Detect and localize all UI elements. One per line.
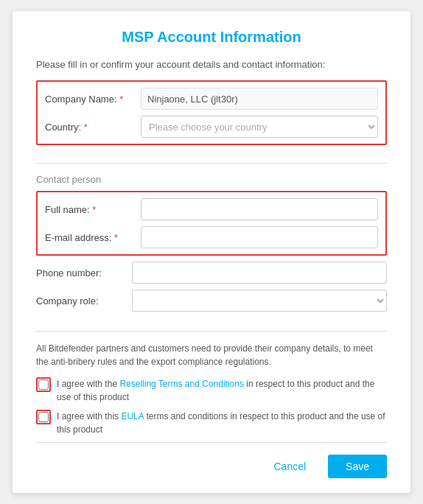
contact-highlighted-group: Full name: * E-mail address: * xyxy=(36,191,387,256)
notice-text: All Bitdefender partners and customers n… xyxy=(36,342,387,368)
msp-account-form: MSP Account Information Please fill in o… xyxy=(13,11,410,493)
role-select[interactable] xyxy=(132,290,387,312)
email-input[interactable] xyxy=(141,226,378,248)
terms-checkbox-row: I agree with the Reselling Terms and Con… xyxy=(36,377,387,404)
company-name-input[interactable] xyxy=(141,88,378,110)
terms-checkbox[interactable] xyxy=(38,379,49,390)
role-row: Company role: xyxy=(36,290,387,312)
eula-link[interactable]: EULA xyxy=(121,411,144,421)
email-row: E-mail address: * xyxy=(45,226,378,248)
contact-section-label: Contact person xyxy=(36,174,387,185)
country-row: Country: * Please choose your country xyxy=(45,116,378,138)
full-name-input[interactable] xyxy=(141,198,378,220)
email-label: E-mail address: * xyxy=(45,232,141,243)
role-label: Company role: xyxy=(36,295,132,307)
save-button[interactable]: Save xyxy=(328,455,387,478)
checkbox-group: I agree with the Reselling Terms and Con… xyxy=(36,377,387,436)
phone-label: Phone number: xyxy=(36,267,132,279)
phone-row-wrapper: Phone number: Company role: xyxy=(36,259,387,321)
terms-checkbox-wrapper xyxy=(36,377,51,392)
phone-input[interactable] xyxy=(132,262,387,284)
country-select[interactable]: Please choose your country xyxy=(141,116,378,138)
eula-checkbox-row: I agree with this EULA terms and conditi… xyxy=(36,410,387,436)
phone-row: Phone number: xyxy=(36,262,387,284)
terms-link[interactable]: Reselling Terms and Conditions xyxy=(119,379,244,389)
full-name-label: Full name: * xyxy=(45,204,141,215)
footer-buttons: Cancel Save xyxy=(36,442,387,478)
terms-text: I agree with the Reselling Terms and Con… xyxy=(57,377,387,404)
section-divider-1 xyxy=(36,163,387,164)
intro-text: Please fill in or confirm your account d… xyxy=(36,59,387,70)
company-country-group: Company Name: * Country: * Please choose… xyxy=(36,80,387,145)
eula-text: I agree with this EULA terms and conditi… xyxy=(57,410,387,436)
cancel-button[interactable]: Cancel xyxy=(259,455,321,478)
section-divider-2 xyxy=(36,331,387,332)
page-title: MSP Account Information xyxy=(36,29,387,46)
company-name-row: Company Name: * xyxy=(45,88,378,110)
eula-checkbox-wrapper xyxy=(36,410,51,424)
eula-checkbox[interactable] xyxy=(38,412,49,422)
country-label: Country: * xyxy=(45,122,141,133)
full-name-row: Full name: * xyxy=(45,198,378,220)
company-name-label: Company Name: * xyxy=(45,94,141,105)
